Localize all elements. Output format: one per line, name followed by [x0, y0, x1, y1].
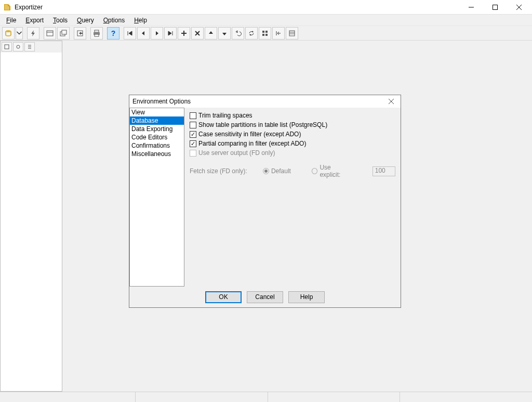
nav-next-button[interactable] — [151, 27, 163, 40]
svg-rect-11 — [265, 31, 268, 33]
use-server-output-label: Use server output (FD only) — [198, 149, 275, 157]
fetch-size-label: Fetch size (FD only): — [190, 167, 263, 175]
nav-first-button[interactable] — [124, 27, 136, 40]
window-title: Exportizer — [15, 4, 43, 11]
svg-rect-0 — [493, 5, 498, 9]
fetch-explicit-label: Use explicit: — [320, 164, 351, 178]
sidebar-item-data-exporting[interactable]: Data Exporting — [130, 125, 184, 133]
sidebar-item-view[interactable]: View — [130, 108, 184, 116]
grid-button[interactable] — [259, 27, 271, 40]
left-panel-tabs — [1, 41, 62, 53]
show-partitions-label: Show table partitions in table list (Pos… — [198, 121, 327, 128]
close-button[interactable] — [507, 0, 531, 15]
left-panel — [0, 41, 62, 392]
fetch-default-radio — [263, 168, 269, 174]
up-button[interactable] — [205, 27, 217, 40]
dialog-sidebar: View Database Data Exporting Code Editor… — [129, 108, 184, 287]
window-controls — [459, 0, 531, 15]
windows-button[interactable] — [57, 27, 70, 40]
undo-button[interactable] — [232, 27, 244, 40]
menu-export[interactable]: Export — [21, 16, 48, 25]
svg-point-1 — [6, 30, 11, 32]
insert-button[interactable] — [178, 27, 190, 40]
dialog-title: Environment Options — [132, 98, 191, 105]
help-button[interactable]: ? — [107, 27, 119, 40]
panel-tab-refresh-icon[interactable] — [13, 42, 23, 51]
form-button[interactable] — [286, 27, 298, 40]
panel-tab-bolt-icon[interactable] — [24, 42, 35, 51]
sidebar-item-confirmations[interactable]: Confirmations — [130, 141, 184, 150]
cancel-button[interactable]: Cancel — [247, 291, 283, 303]
dialog-content: Trim trailing spaces Show table partitio… — [184, 108, 401, 287]
app-icon — [3, 3, 11, 11]
menu-bar: File Export Tools Query Options Help — [0, 15, 532, 26]
print-button[interactable] — [90, 27, 103, 40]
nav-last-button[interactable] — [164, 27, 177, 40]
sidebar-item-miscellaneous[interactable]: Miscellaneous — [130, 150, 184, 158]
fetch-size-input: 100 — [373, 166, 395, 176]
title-bar: Exportizer — [0, 0, 532, 15]
maximize-button[interactable] — [483, 0, 507, 15]
minimize-button[interactable] — [459, 0, 483, 15]
svg-rect-5 — [62, 30, 66, 34]
status-bar — [0, 392, 532, 402]
svg-rect-12 — [262, 34, 264, 36]
sidebar-item-code-editors[interactable]: Code Editors — [130, 133, 184, 141]
show-partitions-checkbox[interactable] — [190, 122, 196, 128]
dialog-close-button[interactable] — [385, 96, 397, 107]
fetch-explicit-radio — [312, 168, 317, 174]
panel-tab-list-icon[interactable] — [2, 42, 12, 51]
svg-rect-13 — [265, 34, 268, 36]
help-button-dialog[interactable]: Help — [288, 291, 325, 303]
dialog-button-row: OK Cancel Help — [129, 287, 401, 307]
delete-button[interactable] — [191, 27, 204, 40]
trim-trailing-checkbox[interactable] — [190, 112, 196, 119]
svg-rect-17 — [5, 45, 9, 49]
svg-rect-2 — [47, 31, 53, 36]
down-button[interactable] — [218, 27, 231, 40]
status-cell-3 — [268, 392, 400, 402]
svg-rect-7 — [95, 30, 99, 32]
case-sensitivity-checkbox[interactable] — [190, 131, 196, 138]
refresh-button[interactable] — [245, 27, 258, 40]
svg-rect-14 — [289, 31, 295, 36]
partial-compare-checkbox[interactable] — [190, 140, 196, 147]
trim-trailing-label: Trim trailing spaces — [198, 112, 252, 119]
export-button[interactable] — [74, 27, 86, 40]
status-cell-4 — [400, 392, 532, 402]
menu-options[interactable]: Options — [99, 16, 129, 25]
svg-rect-10 — [262, 31, 264, 33]
environment-options-dialog: Environment Options View Database Data E… — [129, 95, 401, 308]
toolbar: ? — [0, 26, 532, 41]
case-sensitivity-label: Case sensitivity in filter (except ADO) — [198, 131, 301, 138]
window-button[interactable] — [44, 27, 56, 40]
fetch-default-label: Default — [271, 167, 291, 175]
nav-prev-button[interactable] — [137, 27, 150, 40]
bolt-button[interactable] — [27, 27, 39, 40]
collapse-button[interactable] — [272, 27, 285, 40]
status-cell-1 — [0, 392, 135, 402]
status-cell-2 — [135, 392, 268, 402]
menu-tools[interactable]: Tools — [49, 16, 72, 25]
open-db-dropdown[interactable] — [16, 27, 23, 40]
dialog-title-bar: Environment Options — [129, 95, 401, 108]
left-panel-body — [1, 53, 62, 391]
svg-rect-9 — [95, 34, 99, 36]
open-db-button[interactable] — [2, 27, 15, 40]
sidebar-item-database[interactable]: Database — [130, 116, 184, 125]
partial-compare-label: Partial comparing in filter (except ADO) — [198, 140, 306, 147]
menu-file[interactable]: File — [2, 16, 20, 25]
use-server-output-checkbox — [190, 150, 196, 157]
ok-button[interactable]: OK — [205, 291, 242, 303]
menu-query[interactable]: Query — [73, 16, 98, 25]
menu-help[interactable]: Help — [130, 16, 151, 25]
